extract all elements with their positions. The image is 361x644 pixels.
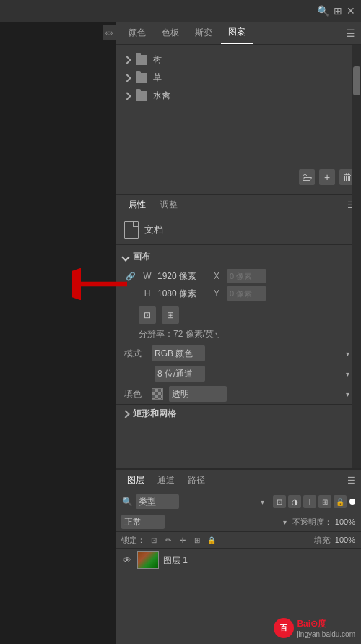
- filter-row: 🔍 类型 ⊡ ◑ T ⊞ 🔒: [116, 491, 361, 512]
- fit-image-button[interactable]: ⊡: [139, 306, 156, 324]
- lock-artboard-button[interactable]: ⊞: [191, 534, 203, 546]
- rect-title: 矩形和网格: [133, 408, 176, 420]
- tab-menu-icon[interactable]: ☰: [346, 27, 355, 39]
- collapse-arrow[interactable]: «»: [103, 25, 116, 40]
- mode-select[interactable]: RGB 颜色: [152, 345, 205, 361]
- filter-smart-button[interactable]: 🔒: [334, 495, 347, 508]
- blend-mode-wrapper: 正常: [121, 515, 290, 529]
- opacity-value[interactable]: 100%: [335, 518, 355, 526]
- scroll-thumb[interactable]: [353, 66, 360, 95]
- filter-type-wrapper: 类型: [136, 494, 267, 509]
- folder-icon: [136, 91, 147, 101]
- baidu-sub: jingyan.baidu.com: [297, 630, 355, 638]
- fill-image-button[interactable]: ⊞: [162, 306, 179, 324]
- tab-properties[interactable]: 属性: [121, 196, 153, 214]
- canvas-section: 画布 🔗 W 1920 像素 X H 1080 像素 Y ⊡ ⊞: [116, 245, 361, 426]
- add-pattern-button[interactable]: +: [319, 169, 335, 185]
- chevron-right-icon: [123, 92, 131, 100]
- close-icon[interactable]: ✕: [347, 5, 355, 17]
- tab-channels[interactable]: 通道: [152, 471, 180, 489]
- opacity-label: 不透明度：: [292, 517, 332, 528]
- lock-row: 锁定： ⊡ ✏ ✛ ⊞ 🔒 填充: 100%: [116, 532, 361, 549]
- mode-label: 模式: [124, 348, 146, 360]
- doc-section: 文档: [116, 215, 361, 245]
- bit-depth-select-wrapper: 8 位/通道: [155, 366, 352, 382]
- canvas-chevron-icon: [121, 253, 129, 261]
- layer-row[interactable]: 👁 图层 1: [116, 549, 361, 572]
- tab-layers[interactable]: 图层: [121, 471, 150, 489]
- fill-select-wrapper: 透明: [169, 386, 352, 402]
- layer-thumbnail: [137, 551, 159, 569]
- baidu-text: Bai⊙度 jingyan.baidu.com: [297, 618, 355, 638]
- baidu-watermark: 百 Bai⊙度 jingyan.baidu.com: [274, 618, 355, 638]
- x-input[interactable]: [227, 269, 266, 283]
- image-icons: ⊡ ⊞: [116, 304, 361, 327]
- group-label-waterfowl: 水禽: [153, 90, 170, 102]
- filter-search-icon: 🔍: [121, 496, 133, 507]
- filter-type-select[interactable]: 类型: [136, 494, 179, 509]
- left-sidebar: [0, 0, 116, 644]
- mode-select-wrapper: RGB 颜色: [152, 345, 352, 361]
- canvas-header[interactable]: 画布: [116, 248, 361, 266]
- tab-pattern[interactable]: 图案: [221, 22, 253, 44]
- tab-swatch[interactable]: 色板: [155, 22, 186, 43]
- window-icon[interactable]: ⊞: [334, 5, 342, 17]
- filter-pixel-button[interactable]: ⊡: [273, 495, 286, 508]
- search-icon[interactable]: 🔍: [317, 5, 329, 17]
- layer-visibility-icon[interactable]: 👁: [121, 554, 133, 566]
- blend-mode-select[interactable]: 正常: [121, 515, 165, 529]
- fill-value[interactable]: 100%: [335, 536, 355, 544]
- canvas-title: 画布: [133, 251, 150, 263]
- folder-icon: [136, 73, 147, 83]
- y-label: Y: [211, 288, 222, 299]
- new-folder-button[interactable]: 🗁: [299, 169, 315, 185]
- baidu-logo: 百: [274, 618, 294, 638]
- filter-active-dot: [349, 499, 355, 505]
- height-value[interactable]: 1080 像素: [157, 288, 201, 300]
- pattern-group-trees[interactable]: 树: [116, 51, 361, 69]
- top-bar: 🔍 ⊞ ✕: [0, 0, 361, 22]
- mode-row: 模式 RGB 颜色: [116, 343, 361, 364]
- props-tab-bar: 属性 调整 ☰: [116, 194, 361, 215]
- layer-thumb-inner: [138, 552, 158, 568]
- scroll-track[interactable]: [352, 45, 361, 490]
- width-value[interactable]: 1920 像素: [157, 270, 201, 283]
- lock-position-button[interactable]: ✛: [177, 534, 188, 546]
- filter-shape-button[interactable]: ⊞: [318, 495, 331, 508]
- pattern-group-waterfowl[interactable]: 水禽: [116, 87, 361, 105]
- fill-swatch[interactable]: [152, 388, 163, 400]
- bit-depth-select[interactable]: 8 位/通道: [155, 366, 205, 382]
- lock-paint-button[interactable]: ✏: [162, 534, 174, 546]
- tab-bar: 颜色 色板 斯变 图案 ☰: [116, 22, 361, 45]
- y-input[interactable]: [227, 286, 266, 301]
- filter-adjust-button[interactable]: ◑: [288, 495, 301, 508]
- tab-gradient[interactable]: 斯变: [188, 22, 219, 43]
- layers-menu-icon[interactable]: ☰: [347, 476, 355, 486]
- tab-adjust[interactable]: 调整: [153, 196, 185, 214]
- pattern-toolbar: 🗁 + 🗑: [116, 166, 361, 188]
- rect-section[interactable]: 矩形和网格: [116, 404, 361, 423]
- bit-depth-row: 8 位/通道: [116, 364, 361, 384]
- layer-name[interactable]: 图层 1: [163, 554, 188, 567]
- lock-label: 锁定：: [121, 535, 145, 546]
- filter-type-button[interactable]: T: [303, 495, 316, 508]
- fill-select[interactable]: 透明: [169, 386, 227, 402]
- canvas-fields: 🔗 W 1920 像素 X H 1080 像素 Y: [116, 266, 361, 304]
- chevron-right-icon: [123, 56, 131, 64]
- width-label: W: [142, 271, 153, 281]
- tab-color[interactable]: 颜色: [121, 22, 153, 43]
- document-label: 文档: [144, 223, 163, 236]
- lock-all-button[interactable]: 🔒: [206, 534, 217, 546]
- height-row: H 1080 像素 Y: [124, 286, 352, 301]
- pattern-group-grass[interactable]: 草: [116, 69, 361, 87]
- group-label-grass: 草: [153, 72, 162, 84]
- rect-chevron-icon: [121, 410, 129, 418]
- tab-paths[interactable]: 路径: [182, 471, 211, 489]
- fill-label: 填色: [124, 388, 146, 400]
- group-label-trees: 树: [153, 53, 162, 66]
- fill-row: 填色 透明: [116, 384, 361, 404]
- filter-icons-row: ⊡ ◑ T ⊞ 🔒: [273, 495, 347, 508]
- pattern-list: 树 草 水禽 🗁 + 🗑: [116, 45, 361, 194]
- lock-checkerboard-button[interactable]: ⊡: [148, 534, 160, 546]
- red-arrow: [72, 266, 130, 302]
